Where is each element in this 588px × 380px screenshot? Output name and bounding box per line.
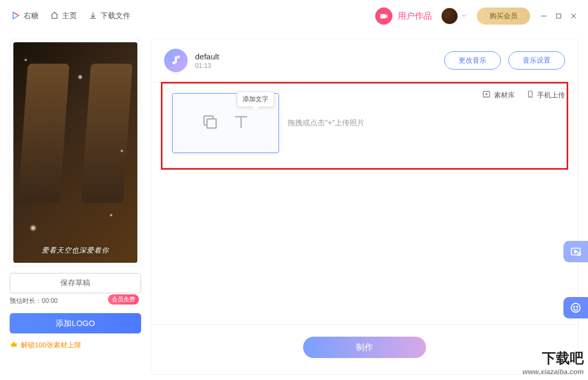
float-support-button[interactable]	[563, 297, 588, 318]
close-button[interactable]	[570, 12, 577, 20]
nav-home[interactable]: 主页	[50, 11, 77, 21]
preview-caption: 爱看天空也深爱着你	[13, 246, 137, 255]
estimated-time-row: 预估时长：00:00 会员免费	[10, 297, 141, 306]
header-bar: 右糖 主页 下载文件 用户作品 购买会员	[0, 0, 588, 32]
watermark-title: 下载吧	[523, 349, 584, 368]
main-content: 爱看天空也深爱着你 保存草稿 预估时长：00:00 会员免费 添加LOGO 解锁…	[0, 32, 588, 375]
save-draft-button[interactable]: 保存草稿	[10, 273, 141, 293]
upload-card[interactable]: 添加文字	[172, 93, 279, 153]
preview-card[interactable]: 爱看天空也深爱着你	[10, 39, 141, 267]
est-label: 预估时长：	[10, 297, 42, 305]
avatar	[442, 8, 458, 24]
camera-icon	[375, 7, 392, 25]
nav-download-label: 下载文件	[100, 11, 130, 21]
header-left: 右糖 主页 下载文件	[11, 11, 130, 22]
music-settings-button[interactable]: 音乐设置	[508, 51, 565, 70]
music-title: default	[195, 52, 437, 61]
right-panel: default 01:13 更改音乐 音乐设置 素材库 手机上传	[151, 39, 578, 375]
music-note-icon	[164, 49, 188, 72]
play-icon	[11, 11, 20, 22]
brand-text: 右糖	[24, 11, 38, 21]
add-logo-button[interactable]: 添加LOGO	[10, 313, 141, 333]
svg-point-13	[578, 253, 581, 256]
upload-highlight-area: 添加文字 拖拽或点击"+"上传照片	[161, 82, 568, 170]
bottom-bar: 制作	[151, 324, 578, 374]
make-button[interactable]: 制作	[303, 337, 426, 358]
nav-home-label: 主页	[62, 11, 77, 21]
left-panel: 爱看天空也深爱着你 保存草稿 预估时长：00:00 会员免费 添加LOGO 解锁…	[10, 39, 141, 375]
unlock-text: 解锁100张素材上限	[21, 340, 81, 350]
nav-download[interactable]: 下载文件	[89, 11, 130, 21]
maximize-button[interactable]	[555, 12, 562, 20]
minimize-button[interactable]	[540, 12, 547, 20]
header-right: 用户作品 购买会员	[375, 7, 577, 25]
text-icon[interactable]	[232, 113, 250, 133]
home-icon	[50, 11, 59, 21]
user-works-label: 用户作品	[398, 11, 432, 22]
music-info: default 01:13	[195, 52, 437, 70]
music-duration: 01:13	[195, 62, 437, 70]
brand-logo[interactable]: 右糖	[11, 11, 38, 22]
crown-icon	[10, 340, 18, 350]
svg-rect-9	[207, 119, 216, 128]
site-watermark: 下载吧 www.xiazaiba.com	[523, 349, 584, 376]
user-works-link[interactable]: 用户作品	[375, 7, 432, 25]
buy-member-button[interactable]: 购买会员	[477, 7, 530, 25]
window-controls	[540, 12, 577, 20]
music-bar: default 01:13 更改音乐 音乐设置	[151, 39, 578, 82]
float-preview-button[interactable]	[563, 241, 588, 262]
chevron-down-icon	[461, 11, 467, 21]
svg-rect-0	[380, 14, 386, 18]
download-icon	[89, 11, 97, 21]
copy-icon	[201, 113, 219, 133]
unlock-materials-link[interactable]: 解锁100张素材上限	[10, 340, 141, 350]
upload-hint: 拖拽或点击"+"上传照片	[288, 118, 365, 128]
svg-point-15	[574, 306, 575, 307]
svg-rect-2	[556, 14, 561, 18]
watermark-url: www.xiazaiba.com	[523, 368, 584, 376]
svg-point-16	[577, 306, 578, 307]
est-time: 00:00	[42, 297, 58, 305]
change-music-button[interactable]: 更改音乐	[444, 51, 501, 70]
member-free-badge: 会员免费	[108, 294, 139, 305]
avatar-menu[interactable]	[442, 8, 467, 24]
preview-image: 爱看天空也深爱着你	[13, 42, 137, 263]
add-text-tooltip: 添加文字	[237, 92, 274, 107]
svg-point-14	[571, 303, 581, 313]
